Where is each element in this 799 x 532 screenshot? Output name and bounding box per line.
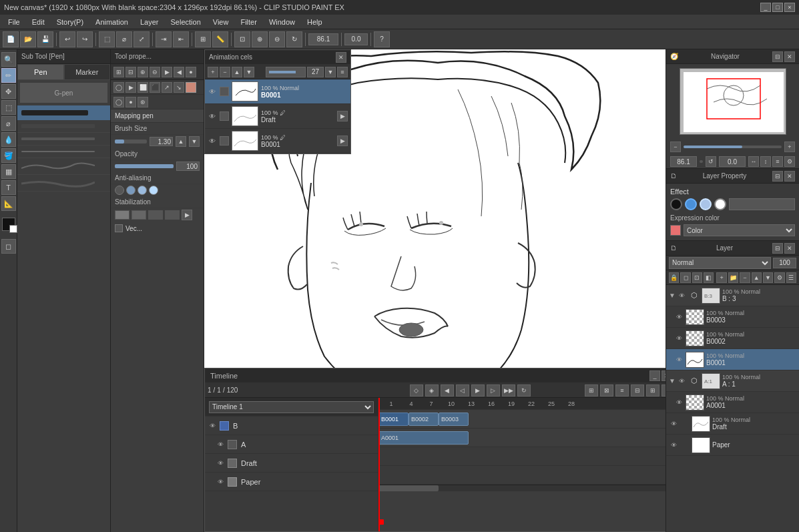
window-controls[interactable]: _ □ ×	[760, 3, 795, 12]
tool-prop-icon-5[interactable]: ▶	[162, 67, 172, 77]
antialias-weak[interactable]	[126, 186, 136, 195]
brush-arrow-2[interactable]: ↘	[174, 82, 184, 93]
zoom-input[interactable]	[308, 33, 338, 45]
layer-btn-9[interactable]: ▼	[763, 272, 773, 283]
selection-btn[interactable]: ⬚	[99, 31, 115, 47]
help-btn[interactable]: ?	[374, 31, 390, 47]
layer-group-b[interactable]: ▼ 👁 ⬡ B:3 100 % Normal B : 3	[666, 285, 799, 306]
export-btn[interactable]: ⇤	[173, 31, 189, 47]
layer-b0002[interactable]: 👁 100 % Normal B0002	[666, 328, 799, 349]
redo-btn[interactable]: ↪	[77, 31, 93, 47]
menu-window[interactable]: Window	[264, 17, 300, 27]
cel-arrow-2[interactable]: ▶	[337, 111, 348, 121]
zoom-fit-btn[interactable]: ⊡	[234, 31, 250, 47]
cel-block-a0001[interactable]: A0001	[378, 431, 469, 445]
maximize-btn[interactable]: □	[772, 3, 783, 12]
layer-btn-7[interactable]: −	[740, 272, 750, 283]
undo-btn[interactable]: ↩	[59, 31, 75, 47]
subtool-item-5[interactable]	[17, 175, 110, 192]
anim-down-btn[interactable]: ▼	[244, 67, 254, 77]
opacity-input[interactable]	[176, 162, 200, 171]
stab-box-4[interactable]	[165, 210, 180, 220]
subtool-tab-pen[interactable]: Pen	[17, 64, 64, 80]
timeline-opt-1[interactable]: ⊞	[585, 384, 598, 396]
layer-vis-b0001[interactable]: 👁	[674, 355, 684, 364]
anim-menu-btn[interactable]: ▼	[325, 67, 336, 77]
vector-checkbox[interactable]	[115, 224, 123, 232]
timeline-layer-b[interactable]: 👁 B	[205, 417, 378, 435]
ruler-tool[interactable]: 📐	[1, 196, 16, 211]
menu-filter[interactable]: Filter	[235, 17, 262, 27]
layer-vis-paper[interactable]: 👁	[669, 441, 678, 450]
timeline-hscroll[interactable]	[378, 485, 665, 491]
brush-shape-1[interactable]: ◯	[113, 82, 124, 93]
effect-gradient-swatch[interactable]	[729, 198, 795, 210]
stab-box-1[interactable]	[115, 210, 129, 220]
extra-icon-1[interactable]: ◯	[113, 97, 124, 107]
brush-shape-4[interactable]: ⬛	[150, 82, 160, 93]
minimize-btn[interactable]: _	[760, 3, 771, 12]
cel-lock-2[interactable]	[220, 111, 229, 121]
timeline-prev-frame-btn[interactable]: ◁	[456, 384, 469, 396]
fill-tool[interactable]: 🪣	[1, 148, 16, 163]
tool-prop-icon-7[interactable]: ●	[186, 67, 196, 77]
stab-box-3[interactable]	[148, 210, 163, 220]
tool-prop-icon-6[interactable]: ◀	[174, 67, 184, 77]
opacity-slider[interactable]	[115, 164, 174, 168]
lp-close-btn[interactable]: ✕	[784, 171, 795, 182]
layer-vis-b[interactable]: 👁	[678, 291, 687, 300]
brush-size-down[interactable]: ▼	[189, 136, 200, 147]
timeline-layer-a[interactable]: 👁 A	[205, 435, 378, 454]
effect-circle-white[interactable]	[714, 198, 726, 210]
menu-file[interactable]: File	[3, 17, 25, 27]
anim-cel-item-1[interactable]: 👁 100 % Normal B0001	[205, 79, 350, 104]
stab-more[interactable]: ▶	[182, 210, 192, 220]
layer-btn-6[interactable]: 📁	[728, 272, 738, 283]
tl-vis-paper[interactable]: 👁	[216, 477, 225, 487]
anim-del-btn[interactable]: −	[220, 67, 230, 77]
cel-lock-3[interactable]	[220, 136, 229, 146]
lasso-tool[interactable]: ⌀	[1, 116, 16, 131]
timeline-next-frame-btn[interactable]: ▷	[487, 384, 500, 396]
timeline-opt-3[interactable]: ≡	[615, 384, 629, 396]
antialias-none[interactable]	[115, 186, 124, 195]
layer-group-a[interactable]: ▼ 👁 ⬡ A:1 100 % Normal A : 1	[666, 370, 799, 392]
layer-btn-8[interactable]: ▲	[752, 272, 762, 283]
nav-reset-btn[interactable]: ↺	[706, 156, 716, 167]
new-file-btn[interactable]: 📄	[3, 31, 19, 47]
layer-b0001[interactable]: 👁 100 % Normal B0001	[666, 349, 799, 370]
zoom-out-btn[interactable]: ⊖	[269, 31, 285, 47]
layer-btn-4[interactable]: ◧	[704, 272, 714, 283]
layer-btn-10[interactable]: ⚙	[774, 272, 784, 283]
nav-zoom-input[interactable]	[670, 156, 697, 167]
anim-cel-item-3[interactable]: 👁 100 % 🖊 B0001 ▶	[205, 129, 350, 154]
lasso-btn[interactable]: ⌀	[116, 31, 132, 47]
timeline-opt-5[interactable]: ⊞	[646, 384, 659, 396]
extra-icon-3[interactable]: ⊛	[138, 97, 148, 107]
nav-zoom-slider[interactable]	[684, 146, 782, 148]
transparent-color[interactable]: ◻	[1, 239, 16, 254]
subtool-item-4[interactable]	[17, 158, 110, 175]
tool-prop-icon-1[interactable]: ⊞	[113, 67, 124, 77]
layer-draft[interactable]: 👁 100 % Normal Draft	[666, 413, 799, 435]
timeline-play-btn[interactable]: ▶	[471, 384, 485, 396]
text-tool[interactable]: T	[1, 180, 16, 195]
layer-btn-3[interactable]: ⊡	[692, 272, 702, 283]
subtool-item-3[interactable]	[17, 146, 110, 158]
tl-vis-b[interactable]: 👁	[208, 421, 217, 431]
subtool-item-1[interactable]	[17, 120, 110, 133]
transform-btn[interactable]: ⤢	[134, 31, 150, 47]
blend-mode-select[interactable]: Normal	[669, 257, 771, 269]
menu-animation[interactable]: Animation	[90, 17, 134, 27]
del-keyframe-btn[interactable]: ◈	[425, 384, 439, 396]
nav-rotate-slider[interactable]	[700, 160, 703, 163]
timeline-close-btn[interactable]: ✕	[661, 370, 665, 381]
brush-size-slider[interactable]	[115, 140, 147, 144]
nav-icon-1[interactable]: ⊟	[772, 51, 783, 62]
selection-tool[interactable]: ⬚	[1, 100, 16, 115]
eyedrop-tool[interactable]: 💧	[1, 132, 16, 147]
import-btn[interactable]: ⇥	[156, 31, 172, 47]
layer-extra-b[interactable]: ⬡	[689, 290, 700, 301]
cel-block-b0002[interactable]: B0002	[409, 413, 439, 426]
tl-vis-a[interactable]: 👁	[216, 440, 225, 449]
